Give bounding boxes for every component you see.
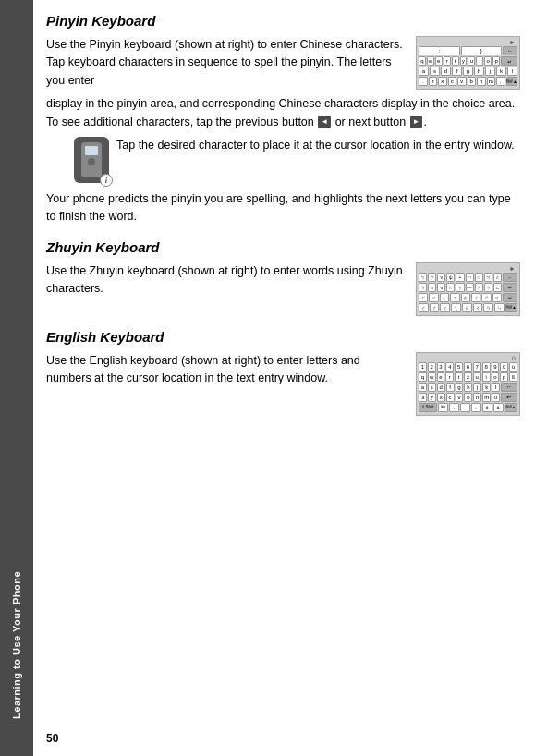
en-k7: 7 <box>473 362 481 372</box>
en-k4: 4 <box>445 362 454 372</box>
en-g: g <box>456 383 464 392</box>
en-enter: ↵ <box>501 393 517 402</box>
zh-r4k3: ㄝ <box>440 303 450 312</box>
pinyin-kb-nav-top: ► <box>419 39 517 45</box>
kb-key-v: v <box>457 77 467 86</box>
kb-key-h: h <box>474 67 484 76</box>
pinyin-keyboard: ► : } ← q w e r t y u i o <box>416 36 520 90</box>
kb-key-m: m <box>487 77 496 86</box>
english-title: English Keyboard <box>46 329 520 345</box>
zh-r2k9: ㄙ <box>493 283 502 292</box>
en-d: d <box>437 383 445 392</box>
kb-key-j: j <box>485 67 495 76</box>
zh-r3k7: ㄕ <box>481 293 491 302</box>
en-dash: — <box>460 403 470 412</box>
en-m: m <box>482 393 491 402</box>
phone-screen <box>85 146 98 155</box>
en-c: c <box>446 393 455 402</box>
pinyin-para1: Use the Pinyin keyboard (shown at right)… <box>46 38 403 87</box>
en-u: u <box>473 372 481 382</box>
en-i: i <box>482 372 491 382</box>
prev-btn: ◄ <box>318 116 331 128</box>
kb-key-f: f <box>452 67 462 76</box>
en-sz: ß <box>509 372 517 382</box>
page-number: 50 <box>46 732 58 745</box>
info-circle: i <box>100 174 113 187</box>
zh-r4k6: ㄡ <box>473 303 483 312</box>
en-uu: ü <box>492 393 500 402</box>
kb-key-brace: } <box>461 46 503 55</box>
english-layout: Use the English keyboard (shown at right… <box>46 352 520 416</box>
zhuyin-title: Zhuyin Keyboard <box>46 239 520 255</box>
zh-r2k1: ㄋ <box>419 283 427 292</box>
zh-r4k1: ㄛ <box>419 303 429 312</box>
en-k3: 3 <box>437 362 445 372</box>
kb-key-p: p <box>492 56 500 66</box>
en-z: z <box>464 372 472 382</box>
kb-key-b: b <box>468 77 477 86</box>
kb-key-backspace: ← <box>503 46 517 55</box>
en-row-2: q w e r t z u i o p ß <box>419 372 517 382</box>
zh-r4-special: %#▲ <box>505 303 517 312</box>
en-l: l <box>492 383 500 392</box>
zh-r2k5: ㄎ <box>456 283 464 292</box>
en-ou: ö <box>482 403 492 412</box>
kb-key-c: c <box>448 77 457 86</box>
english-text: Use the English keyboard (shown at right… <box>46 352 407 416</box>
en-f: f <box>446 383 455 392</box>
en-k-u: ü <box>509 362 517 372</box>
en-o: o <box>492 372 500 382</box>
zh-r4k5: ㄠ <box>462 303 472 312</box>
zhuyin-layout: Use the Zhuyin keyboard (shown at right)… <box>46 262 520 316</box>
info-text: Tap the desired character to place it at… <box>116 137 515 183</box>
kb-key-o: o <box>484 56 492 66</box>
sidebar: Learning to Use Your Phone <box>0 0 33 756</box>
zh-row-3: ㄏ ㄐ ㄑ ㄒ ㄓ ㄔ ㄕ ㄖ ↵ <box>419 293 517 302</box>
en-a: a <box>419 383 427 392</box>
zh-r4k2: ㄜ <box>430 303 440 312</box>
en-e: e <box>437 372 445 382</box>
zh-r3k5: ㄓ <box>461 293 470 302</box>
zhuyin-section: Zhuyin Keyboard Use the Zhuyin keyboard … <box>46 239 520 316</box>
kb-row-1: q w e r t y u i o p ↵ <box>419 56 517 66</box>
zh-row-4: ㄛ ㄜ ㄝ ㄟ ㄠ ㄡ ㄢ ㄣ %#▲ <box>419 303 517 312</box>
kb-key-special: %#▲ <box>506 77 518 86</box>
en-au: äü <box>438 403 448 412</box>
en-j: j <box>473 383 481 392</box>
zhuyin-keyboard: ► ㄅ ㄆ ν ψ • ㄇ ㄈ ㄉ ㄊ ← ㄋ ㄌ « ㄍ <box>416 262 520 316</box>
zh-k3: ν <box>437 273 445 282</box>
zh-r3-enter: ↵ <box>503 293 517 302</box>
en-x: x <box>437 393 445 402</box>
en-b: b <box>464 393 472 402</box>
zh-k7: ㄈ <box>475 273 483 282</box>
zh-r3k6: ㄔ <box>471 293 480 302</box>
zh-k9: ㄊ <box>493 273 502 282</box>
zh-r2k8: ㄘ <box>484 283 492 292</box>
en-special: %#▲ <box>505 403 518 412</box>
kb-key-y: y <box>460 56 468 66</box>
en-row-3: a s d f g h j k l ← <box>419 383 517 392</box>
kb-key-n: n <box>477 77 486 86</box>
zh-r3k4: ㄒ <box>450 293 459 302</box>
kb-key-g: g <box>463 67 473 76</box>
pinyin-layout: Use the Pinyin keyboard (shown at right)… <box>46 36 520 90</box>
zh-row-2: ㄋ ㄌ « ㄍ ㄎ — ㄗ ㄘ ㄙ ↵ <box>419 283 517 292</box>
kb-key-colon: : <box>419 46 460 55</box>
pinyin-text-block: Use the Pinyin keyboard (shown at right)… <box>46 36 407 90</box>
kb-key-z: z <box>429 77 438 86</box>
kb-key-u: u <box>468 56 475 66</box>
pinyin-continued: display in the pinyin area, and correspo… <box>46 95 520 131</box>
zh-r4k8: ㄣ <box>494 303 505 312</box>
zh-r2k2: ㄌ <box>428 283 436 292</box>
kb-key-d: d <box>441 67 451 76</box>
en-bs: ← <box>501 383 517 392</box>
kb-row-0: : } ← <box>419 46 517 55</box>
zh-k-bs: ← <box>503 273 517 282</box>
en-kb-nav-top: ü <box>419 355 517 361</box>
kb-key-comma: , <box>496 77 505 86</box>
en-k8: 8 <box>482 362 491 372</box>
en-apos-a: 'a <box>419 393 427 402</box>
en-k2: 2 <box>428 362 436 372</box>
en-ae: ä <box>493 403 504 412</box>
zh-r2k3: « <box>437 283 445 292</box>
